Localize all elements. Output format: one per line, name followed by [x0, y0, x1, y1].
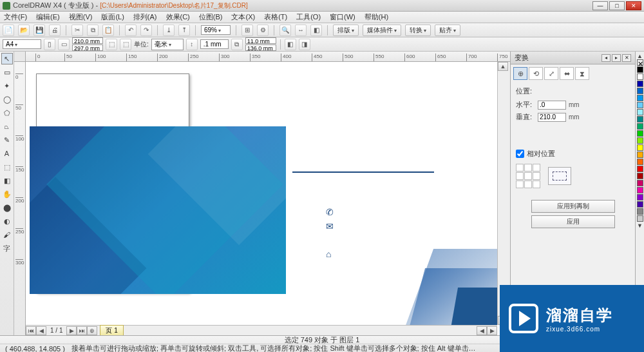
misc-icon[interactable]: ◧ [310, 24, 322, 36]
scroll-up-icon[interactable]: ▲ [498, 62, 508, 71]
pick-tool-icon[interactable]: ↖ [1, 53, 13, 64]
color-swatch[interactable] [637, 137, 643, 144]
color-swatch[interactable] [637, 208, 643, 215]
save-icon[interactable]: 💾 [33, 24, 45, 36]
color-swatch[interactable] [637, 201, 643, 208]
color-swatch[interactable] [637, 166, 643, 172]
no-color-swatch[interactable]: ✕ [637, 59, 643, 66]
color-swatch[interactable] [637, 180, 643, 186]
smart-tool-icon[interactable]: ⏢ [1, 121, 13, 132]
canvas[interactable]: ✆ ✉ ⌂ [26, 62, 497, 325]
horizontal-ruler[interactable]: 0 50 100 150 200 250 300 350 400 450 500… [26, 52, 510, 62]
options-icon[interactable]: ⚙ [257, 24, 269, 36]
mail-icon[interactable]: ✉ [326, 221, 334, 231]
open-icon[interactable]: 📂 [18, 24, 30, 36]
snap-icon[interactable]: ⊞ [242, 24, 253, 36]
menu-layout[interactable]: 版面(L) [101, 12, 124, 22]
zoom-level[interactable]: 69% [201, 25, 231, 35]
search-icon[interactable]: 🔍 [279, 24, 291, 36]
menu-effects[interactable]: 效果(C) [166, 12, 190, 22]
relative-check[interactable] [516, 150, 524, 158]
palette-up-icon[interactable]: ▲ [637, 53, 643, 59]
export-icon[interactable]: ⤒ [178, 24, 190, 36]
color-swatch[interactable] [637, 102, 643, 108]
maximize-button[interactable]: □ [609, 1, 625, 10]
prev-page-icon[interactable]: ◀ [36, 326, 46, 335]
text-tool-icon[interactable]: ✋ [1, 188, 13, 200]
relative-position-checkbox[interactable]: 相对位置 [516, 149, 630, 159]
page-width[interactable]: 210.0 mm [72, 37, 103, 44]
home-icon[interactable]: ⌂ [326, 249, 331, 259]
page-size-combo[interactable]: A4 [3, 39, 41, 49]
cut-icon[interactable]: ✂ [71, 24, 83, 36]
connector-icon[interactable]: ↔ [295, 24, 307, 36]
corner-artwork[interactable] [389, 236, 497, 325]
unit-combo[interactable]: 毫米 [151, 39, 184, 50]
basic-shape-tool-icon[interactable]: ◧ [1, 175, 13, 186]
menu-bitmap[interactable]: 位图(B) [199, 12, 223, 22]
close-button[interactable]: ✕ [626, 1, 641, 10]
color-swatch[interactable] [637, 88, 643, 94]
publish-dropdown[interactable]: 排版 [333, 24, 359, 36]
add-page-icon[interactable]: ⊕ [87, 326, 97, 335]
page-height[interactable]: 297.0 mm [72, 44, 103, 51]
menu-text[interactable]: 文本(X) [231, 12, 255, 22]
import-icon[interactable]: ⤓ [163, 24, 175, 36]
next-page-icon[interactable]: ▶ [66, 326, 77, 335]
transform-dropdown[interactable]: 转换 [405, 24, 431, 36]
color-swatch[interactable] [637, 187, 643, 193]
minimize-button[interactable]: — [592, 1, 608, 10]
color-swatch[interactable] [637, 159, 643, 165]
menu-file[interactable]: 文件(F) [4, 12, 27, 22]
crop-tool-icon[interactable]: ✦ [1, 80, 13, 92]
freehand-tool-icon[interactable]: ⬠ [1, 107, 13, 119]
last-page-icon[interactable]: ⏭ [77, 326, 87, 335]
nudge-icon[interactable]: ↕ [186, 39, 198, 50]
copy-icon[interactable]: ⧉ [87, 24, 99, 36]
docker-next-icon[interactable]: ▸ [612, 54, 621, 62]
page-tab[interactable]: 页 1 [100, 325, 123, 336]
color-swatch[interactable] [637, 123, 643, 130]
apply-copy-button[interactable]: 应用到再制 [531, 200, 615, 213]
artwork-group[interactable] [30, 126, 286, 294]
divider-line[interactable] [292, 171, 434, 173]
paste-dropdown[interactable]: 贴齐 [435, 24, 460, 36]
new-icon[interactable]: 📄 [3, 24, 14, 36]
apply-button[interactable]: 应用 [531, 215, 615, 228]
v-input[interactable] [538, 113, 566, 122]
color-swatch[interactable] [637, 109, 643, 115]
position-tab-icon[interactable]: ⊕ [513, 67, 527, 80]
menu-tools[interactable]: 工具(O) [296, 12, 321, 22]
color-swatch[interactable] [637, 194, 643, 200]
size-tab-icon[interactable]: ⬌ [560, 67, 574, 80]
menu-view[interactable]: 视图(V) [69, 12, 93, 22]
print-icon[interactable]: 🖨 [49, 24, 61, 36]
table-tool-icon[interactable]: ⬤ [1, 202, 13, 213]
menu-edit[interactable]: 编辑(E) [36, 12, 60, 22]
first-page-icon[interactable]: ⏮ [26, 326, 36, 335]
menu-window[interactable]: 窗口(W) [330, 12, 355, 22]
color-swatch[interactable] [637, 173, 643, 179]
dup-x[interactable]: 11.0 mm [245, 37, 276, 44]
ellipse-tool-icon[interactable]: A [1, 148, 13, 159]
color-swatch[interactable] [637, 215, 643, 222]
landscape-icon[interactable]: ▭ [58, 39, 70, 50]
scroll-track[interactable] [498, 71, 510, 316]
docker-prev-icon[interactable]: ◂ [601, 54, 611, 62]
zoom-tool-icon[interactable]: ◯ [1, 93, 13, 105]
eyedropper-tool-icon[interactable]: 🖌 [1, 229, 13, 240]
docker-titlebar[interactable]: 变换 ◂ ▸ ✕ [511, 52, 635, 64]
dup-y[interactable]: 136.0 mm [245, 44, 276, 51]
orient-button2[interactable]: ⬚ [120, 39, 131, 50]
redo-icon[interactable]: ↷ [140, 24, 152, 36]
rectangle-tool-icon[interactable]: ✎ [1, 134, 13, 146]
h-input[interactable] [538, 101, 566, 110]
rotate-tab-icon[interactable]: ⟲ [529, 67, 543, 80]
palette-down-icon[interactable]: ▼ [637, 222, 643, 229]
duplicate-icon[interactable]: ⧉ [231, 39, 243, 50]
color-swatch[interactable] [637, 116, 643, 122]
nudge-value[interactable]: .1 mm [200, 39, 229, 49]
portrait-icon[interactable]: ▯ [44, 39, 55, 50]
scroll-right-icon[interactable]: ▶ [487, 326, 497, 335]
color-swatch[interactable] [637, 144, 643, 151]
